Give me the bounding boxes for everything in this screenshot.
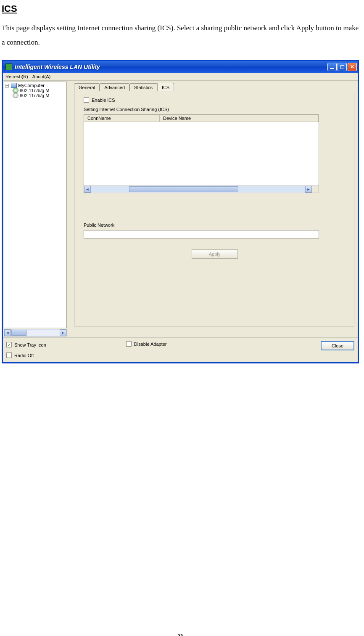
enable-ics-label: Enable ICS [92, 98, 115, 103]
tab-ics[interactable]: ICS [157, 83, 174, 91]
bottom-bar: Show Tray Icon Radio Off Disable Adapter… [3, 337, 358, 362]
show-tray-label: Show Tray Icon [14, 342, 46, 347]
minimize-button[interactable] [327, 63, 337, 71]
scroll-right-icon[interactable]: ► [305, 186, 312, 193]
scroll-thumb[interactable] [129, 186, 238, 192]
page-number: - 23 - [2, 633, 359, 636]
tree-root-mycomputer[interactable]: − MyComputer [5, 83, 66, 88]
collapse-icon[interactable]: − [5, 84, 9, 87]
app-icon [5, 64, 12, 70]
radio-off-label: Radio Off [14, 353, 34, 358]
menu-about[interactable]: About(A) [32, 74, 50, 79]
enable-ics-row[interactable]: Enable ICS [84, 97, 346, 103]
titlebar[interactable]: Intelligent Wireless LAN Utility ✕ [3, 61, 358, 73]
tab-statistics[interactable]: Statistics [129, 83, 157, 91]
show-tray-checkbox[interactable] [6, 342, 12, 347]
menu-bar: Refresh(R) About(A) [3, 73, 358, 81]
tree-item-label: 802.11n/b/g M [20, 93, 49, 98]
list-body-empty[interactable] [84, 122, 319, 185]
public-network-field[interactable] [84, 230, 319, 238]
tab-general[interactable]: General [74, 83, 100, 91]
disable-adapter-row[interactable]: Disable Adapter [126, 341, 167, 347]
doc-heading-ics: ICS [2, 3, 359, 14]
network-icon [13, 93, 18, 98]
tab-advanced[interactable]: Advanced [100, 83, 129, 91]
radio-off-row[interactable]: Radio Off [6, 352, 46, 358]
tree-item-label: 802.11n/b/g M [20, 88, 49, 93]
radio-off-checkbox[interactable] [6, 352, 12, 358]
ics-connection-list[interactable]: ConnName Device Name ◄ ► [84, 114, 319, 193]
app-window: Intelligent Wireless LAN Utility ✕ Refre… [2, 60, 359, 363]
close-window-button[interactable]: ✕ [348, 63, 357, 71]
column-devicename[interactable]: Device Name [160, 115, 319, 122]
device-tree[interactable]: − MyComputer 802.11n/b/g M 802.11n/b/g M [4, 82, 67, 328]
list-header: ConnName Device Name [84, 115, 319, 122]
apply-button[interactable]: Apply [192, 249, 238, 259]
disable-adapter-label: Disable Adapter [134, 342, 167, 347]
menu-refresh[interactable]: Refresh(R) [5, 74, 28, 79]
list-horizontal-scrollbar[interactable]: ◄ ► [84, 185, 319, 193]
disable-adapter-checkbox[interactable] [126, 341, 132, 347]
scroll-right-icon[interactable]: ► [60, 329, 66, 336]
tree-item-adapter-1[interactable]: 802.11n/b/g M [13, 88, 66, 93]
window-title: Intelligent Wireless LAN Utility [15, 64, 327, 70]
tree-item-adapter-2[interactable]: 802.11n/b/g M [13, 93, 66, 98]
scroll-left-icon[interactable]: ◄ [84, 186, 91, 193]
show-tray-row[interactable]: Show Tray Icon [6, 342, 46, 347]
public-network-label: Public Network [84, 223, 346, 228]
scroll-thumb[interactable] [11, 330, 26, 336]
setting-ics-label: Setting Internet Connection Sharing (ICS… [84, 107, 346, 112]
close-button[interactable]: Close [321, 341, 354, 350]
doc-body-text: This page displays setting Internet conn… [2, 21, 359, 50]
scroll-left-icon[interactable]: ◄ [4, 329, 11, 336]
tree-pane: − MyComputer 802.11n/b/g M 802.11n/b/g M… [3, 81, 68, 337]
column-connname[interactable]: ConnName [84, 115, 160, 122]
network-icon [13, 88, 18, 93]
tab-strip: General Advanced Statistics ICS [74, 82, 354, 91]
tree-root-label: MyComputer [18, 83, 45, 88]
computer-icon [11, 83, 17, 88]
maximize-button[interactable] [338, 63, 347, 71]
tab-body-ics: Enable ICS Setting Internet Connection S… [74, 91, 354, 326]
tree-horizontal-scrollbar[interactable]: ◄ ► [4, 329, 67, 337]
enable-ics-checkbox[interactable] [84, 97, 89, 103]
